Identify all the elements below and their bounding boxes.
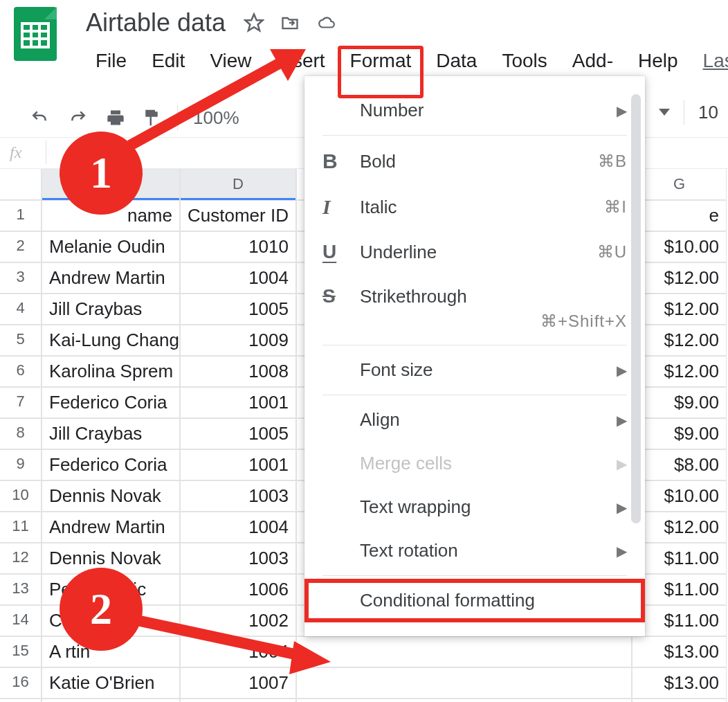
shortcut-label: ⌘I	[604, 197, 627, 217]
move-folder-icon[interactable]	[280, 13, 300, 33]
font-size-value[interactable]: 10	[698, 102, 718, 123]
row-head[interactable]: 9	[0, 449, 42, 480]
cell[interactable]: 1004	[180, 262, 296, 294]
row-head[interactable]: 12	[0, 543, 42, 574]
cell[interactable]: $12.00	[632, 512, 727, 543]
cell[interactable]: $9.00	[632, 387, 727, 418]
cell[interactable]: 1005	[180, 418, 296, 449]
col-head-g[interactable]: G	[632, 169, 727, 200]
row-head[interactable]: 1	[0, 200, 42, 231]
cloud-status-icon[interactable]	[316, 14, 338, 32]
shortcut-label: ⌘B	[598, 152, 627, 171]
cell[interactable]: 1010	[180, 231, 296, 262]
format-conditional-formatting[interactable]: Conditional formatting	[304, 579, 645, 622]
cell[interactable]: 1003	[180, 543, 296, 574]
format-bold[interactable]: B Bold ⌘B	[304, 138, 645, 184]
format-font-size[interactable]: Font size▶	[304, 348, 645, 392]
format-underline[interactable]: U Underline ⌘U	[304, 230, 645, 274]
cell[interactable]: 1008	[180, 356, 296, 387]
row-head[interactable]: 2	[0, 231, 42, 262]
row-head[interactable]: 15	[0, 636, 42, 667]
col-head-d[interactable]: D	[180, 169, 296, 200]
shortcut-label: ⌘+Shift+X	[322, 312, 627, 331]
cell[interactable]: $10.00	[632, 231, 727, 262]
shortcut-label: ⌘U	[597, 242, 627, 262]
row-head[interactable]: 10	[0, 480, 42, 512]
row-head[interactable]: 5	[0, 325, 42, 356]
row-head[interactable]: 7	[0, 387, 42, 418]
cell[interactable]: $11.00	[632, 574, 727, 605]
sheets-app-icon[interactable]	[14, 7, 57, 61]
chevron-right-icon: ▶	[617, 412, 627, 429]
annotation-badge-2: 2	[60, 568, 143, 651]
cell[interactable]: $12.00	[632, 294, 727, 325]
italic-icon: I	[322, 195, 360, 219]
select-all-corner[interactable]	[0, 169, 42, 200]
annotation-arrow-1	[125, 38, 318, 163]
format-text-wrapping[interactable]: Text wrapping▶	[304, 485, 645, 529]
row-head[interactable]: 4	[0, 294, 42, 325]
format-text-rotation[interactable]: Text rotation▶	[304, 529, 645, 573]
row-head[interactable]: 16	[0, 667, 42, 699]
divider	[684, 100, 684, 125]
chevron-right-icon: ▶	[617, 362, 627, 379]
cell[interactable]: Federico Coria	[42, 387, 180, 418]
cell[interactable]: $9.00	[632, 418, 727, 449]
cell[interactable]: Customer ID	[180, 200, 296, 231]
cell[interactable]: 1001	[180, 699, 296, 702]
cell[interactable]: $12.00	[632, 325, 727, 356]
cell[interactable]: 1005	[180, 294, 296, 325]
cell[interactable]: Jill Craybas	[42, 294, 180, 325]
cell[interactable]: $13.00	[632, 699, 727, 702]
cell[interactable]: Federico Coria	[42, 699, 180, 702]
doc-title[interactable]: Airtable data	[83, 7, 228, 39]
format-strikethrough[interactable]: S Strikethrough ⌘+Shift+X	[304, 274, 645, 342]
cell[interactable]: Federico Coria	[42, 449, 180, 480]
row-head[interactable]: 11	[0, 512, 42, 543]
cell	[296, 636, 632, 667]
chevron-right-icon: ▶	[617, 499, 627, 516]
cell[interactable]: $8.00	[632, 449, 727, 480]
menu-last-edit[interactable]: Last	[691, 46, 728, 98]
print-icon[interactable]	[105, 108, 126, 127]
row-head[interactable]: 17	[0, 699, 42, 702]
annotation-arrow-2	[131, 602, 346, 678]
cell[interactable]: $11.00	[632, 543, 727, 574]
cell[interactable]: Karolina Sprem	[42, 356, 180, 387]
cell[interactable]: 1001	[180, 449, 296, 480]
cell[interactable]: 1009	[180, 325, 296, 356]
cell[interactable]: $12.00	[632, 356, 727, 387]
format-align[interactable]: Align▶	[304, 398, 645, 442]
dropdown-icon[interactable]	[659, 109, 670, 116]
cell[interactable]: Melanie Oudin	[42, 231, 180, 262]
cell[interactable]: 1006	[180, 574, 296, 605]
cell[interactable]: $10.00	[632, 480, 727, 512]
cell[interactable]: Dennis Novak	[42, 480, 180, 512]
cell[interactable]: $11.00	[632, 605, 727, 636]
cell[interactable]: Kai-Lung Chang	[42, 325, 180, 356]
cell[interactable]: Andrew Martin	[42, 262, 180, 294]
star-icon[interactable]	[244, 12, 264, 33]
row-head[interactable]: 8	[0, 418, 42, 449]
cell[interactable]: $13.00	[632, 667, 727, 699]
redo-icon[interactable]	[66, 109, 90, 127]
fx-label: fx	[10, 143, 43, 162]
row-head[interactable]: 14	[0, 605, 42, 636]
row-head[interactable]: 3	[0, 262, 42, 294]
cell[interactable]: 1003	[180, 480, 296, 512]
cell	[296, 667, 632, 699]
underline-icon: U	[322, 241, 360, 263]
undo-icon[interactable]	[28, 109, 51, 127]
format-italic[interactable]: I Italic ⌘I	[304, 184, 645, 230]
cell[interactable]: $13.00	[632, 636, 727, 667]
svg-line-1	[130, 61, 284, 145]
cell[interactable]: 1001	[180, 387, 296, 418]
row-head[interactable]: 13	[0, 574, 42, 605]
cell[interactable]: e	[632, 200, 727, 231]
menu-format[interactable]: Format	[338, 46, 424, 98]
cell[interactable]: Jill Craybas	[42, 418, 180, 449]
row-head[interactable]: 6	[0, 356, 42, 387]
cell[interactable]: $12.00	[632, 262, 727, 294]
cell[interactable]: Andrew Martin	[42, 512, 180, 543]
cell[interactable]: 1004	[180, 512, 296, 543]
